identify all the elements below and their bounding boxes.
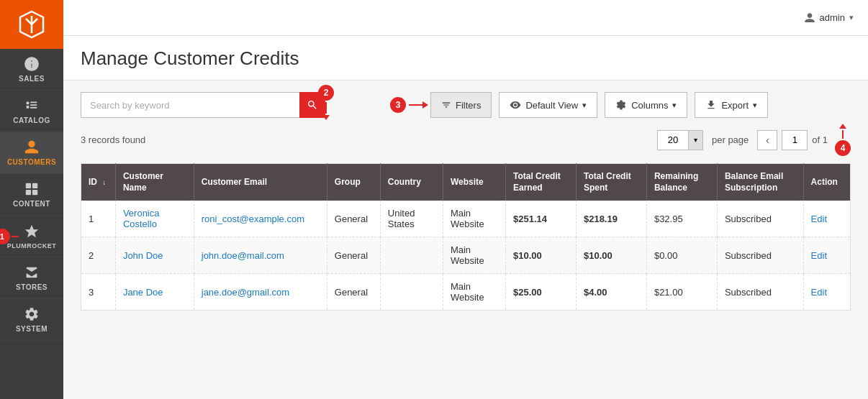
cell-credit-spent: $10.00	[576, 237, 646, 274]
cell-country	[380, 237, 443, 274]
cell-country: United States	[380, 201, 443, 237]
cell-id: 1	[81, 201, 116, 237]
col-email: Customer Email	[194, 164, 327, 201]
per-page-select: ▾	[657, 130, 703, 150]
sidebar-item-content-label: CONTENT	[13, 200, 50, 208]
sidebar-item-plumrocket-label: PLUMROCKET	[7, 242, 57, 249]
default-view-label: Default View	[525, 100, 578, 111]
col-balance: Remaining Balance	[646, 164, 717, 201]
table-row: 3 Jane Doe jane.doe@gmail.com General Ma…	[81, 274, 851, 311]
table-header-row: ID ↓ Customer Name Customer Email Group …	[81, 164, 851, 201]
customer-name-link[interactable]: John Doe	[123, 250, 163, 261]
cell-group: General	[327, 237, 380, 274]
pagination: ▾ per page ‹ of 1 4	[657, 124, 851, 156]
cell-group: General	[327, 201, 380, 237]
records-found: 3 records found	[81, 134, 145, 145]
svg-rect-4	[32, 190, 37, 195]
col-name: Customer Name	[115, 164, 194, 201]
cell-id: 3	[81, 274, 116, 311]
col-id[interactable]: ID ↓	[81, 164, 116, 201]
cell-credit-earned: $25.00	[505, 274, 576, 311]
customer-email-link[interactable]: john.doe@mail.com	[202, 250, 284, 261]
cell-name: Jane Doe	[115, 274, 194, 311]
cell-credit-spent: $218.19	[576, 201, 646, 237]
sidebar-item-sales-label: SALES	[19, 75, 45, 83]
sidebar-item-plumrocket[interactable]: 1 PLUMROCKET	[0, 216, 63, 257]
cell-website: Main Website	[443, 274, 505, 311]
search-wrapper: 2	[81, 92, 325, 118]
cell-credit-spent: $4.00	[576, 274, 646, 311]
cell-subscription: Subscribed	[717, 274, 803, 311]
cell-email: john.doe@mail.com	[194, 237, 327, 274]
default-view-button[interactable]: Default View ▾	[499, 92, 597, 118]
cell-name: John Doe	[115, 237, 194, 274]
svg-marker-5	[25, 224, 38, 237]
col-subscription: Balance Email Subscription	[717, 164, 803, 201]
sidebar-item-content[interactable]: CONTENT	[0, 174, 63, 216]
col-credit-spent: Total Credit Spent	[576, 164, 646, 201]
cell-balance: $0.00	[646, 237, 717, 274]
page-header: Manage Customer Credits	[63, 36, 868, 81]
of-label: of 1	[812, 134, 828, 145]
export-arrow: ▾	[753, 101, 757, 110]
cell-balance: $21.00	[646, 274, 717, 311]
page-input[interactable]	[782, 130, 808, 150]
per-page-arrow[interactable]: ▾	[689, 130, 703, 150]
svg-rect-1	[26, 183, 31, 188]
col-action: Action	[803, 164, 850, 201]
topbar: admin ▾	[63, 0, 868, 36]
default-view-arrow: ▾	[582, 101, 587, 110]
page-title: Manage Customer Credits	[81, 47, 851, 70]
sidebar-logo[interactable]	[0, 0, 63, 49]
cell-credit-earned: $251.14	[505, 201, 576, 237]
sort-icon-id: ↓	[102, 178, 106, 187]
cell-group: General	[327, 274, 380, 311]
col-website: Website	[443, 164, 505, 201]
col-credit-earned: Total Credit Earned	[505, 164, 576, 201]
prev-page-button[interactable]: ‹	[757, 130, 777, 150]
annotation-badge-3: 3	[390, 97, 406, 113]
per-page-input[interactable]	[657, 130, 689, 150]
filters-label: Filters	[456, 100, 481, 111]
sidebar-item-system-label: SYSTEM	[16, 325, 48, 333]
columns-button[interactable]: Columns ▾	[605, 92, 687, 118]
col-group: Group	[327, 164, 380, 201]
col-country: Country	[380, 164, 443, 201]
topbar-user[interactable]: admin ▾	[804, 12, 854, 24]
sidebar-item-system[interactable]: SYSTEM	[0, 299, 63, 341]
records-bar: 3 records found ▾ per page ‹ of 1 4	[81, 124, 851, 156]
edit-link[interactable]: Edit	[811, 214, 827, 224]
cell-website: Main Website	[443, 237, 505, 274]
edit-link[interactable]: Edit	[811, 287, 827, 298]
sidebar-item-stores[interactable]: STORES	[0, 257, 63, 299]
columns-label: Columns	[631, 100, 668, 111]
edit-link[interactable]: Edit	[811, 250, 827, 261]
sidebar-item-customers[interactable]: CUSTOMERS	[0, 132, 63, 174]
topbar-dropdown-icon: ▾	[849, 13, 854, 22]
svg-rect-2	[32, 183, 37, 188]
cell-action: Edit	[803, 237, 850, 274]
cell-id: 2	[81, 237, 116, 274]
annotation-3-group: 3	[390, 97, 423, 113]
customer-email-link[interactable]: roni_cost@example.com	[202, 214, 304, 224]
sidebar-item-catalog[interactable]: CATALOG	[0, 91, 63, 132]
table-row: 1 Veronica Costello roni_cost@example.co…	[81, 201, 851, 237]
annotation-badge-4: 4	[835, 140, 851, 156]
search-input[interactable]	[81, 92, 325, 118]
cell-action: Edit	[803, 274, 850, 311]
sidebar-item-sales[interactable]: SALES	[0, 49, 63, 91]
cell-website: Main Website	[443, 201, 505, 237]
customer-name-link[interactable]: Veronica Costello	[123, 208, 160, 229]
search-button[interactable]	[299, 92, 325, 118]
customer-name-link[interactable]: Jane Doe	[123, 287, 163, 298]
sidebar-item-catalog-label: CATALOG	[13, 116, 50, 124]
data-table: ID ↓ Customer Name Customer Email Group …	[81, 163, 851, 311]
customer-email-link[interactable]: jane.doe@gmail.com	[202, 287, 289, 298]
cell-balance: $32.95	[646, 201, 717, 237]
content-area: 2 3 Filters Default View ▾	[63, 81, 868, 399]
cell-email: roni_cost@example.com	[194, 201, 327, 237]
cell-country	[380, 274, 443, 311]
export-button[interactable]: Export ▾	[695, 92, 768, 118]
filters-button[interactable]: Filters	[430, 92, 492, 118]
topbar-user-label: admin	[820, 12, 845, 23]
